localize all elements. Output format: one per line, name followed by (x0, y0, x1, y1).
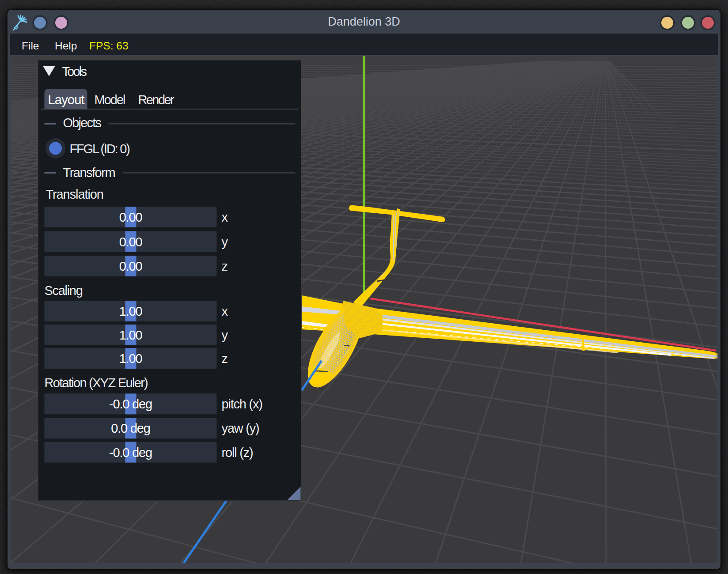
svg-text:Render: Render (138, 93, 174, 107)
svg-text:Transform: Transform (63, 166, 115, 180)
svg-text:roll (z): roll (z) (221, 446, 253, 460)
svg-text:0.00: 0.00 (119, 235, 142, 249)
svg-text:Rotation (XYZ Euler): Rotation (XYZ Euler) (44, 376, 148, 390)
svg-text:1.00: 1.00 (119, 328, 142, 342)
svg-text:FFGL (ID: 0): FFGL (ID: 0) (69, 142, 129, 156)
svg-text:Translation: Translation (46, 187, 103, 201)
svg-text:Model: Model (94, 93, 125, 107)
svg-text:0.0 deg: 0.0 deg (111, 421, 150, 435)
svg-text:z: z (221, 351, 228, 366)
svg-text:y: y (221, 235, 228, 249)
svg-text:Tools: Tools (62, 64, 87, 79)
svg-text:pitch (x): pitch (x) (221, 397, 262, 411)
svg-text:x: x (221, 210, 228, 224)
svg-text:0.00: 0.00 (119, 210, 142, 224)
svg-text:Objects: Objects (63, 116, 101, 130)
svg-text:1.00: 1.00 (119, 304, 142, 318)
svg-text:-0.0 deg: -0.0 deg (109, 446, 152, 460)
svg-text:1.00: 1.00 (119, 351, 142, 366)
svg-text:-0.0 deg: -0.0 deg (109, 397, 152, 411)
svg-text:y: y (221, 328, 228, 342)
svg-text:x: x (221, 304, 228, 318)
svg-text:yaw (y): yaw (y) (221, 421, 259, 435)
svg-text:Scaling: Scaling (44, 283, 82, 298)
svg-text:0.00: 0.00 (119, 259, 142, 273)
svg-text:z: z (221, 259, 228, 273)
svg-text:Layout: Layout (48, 93, 84, 107)
